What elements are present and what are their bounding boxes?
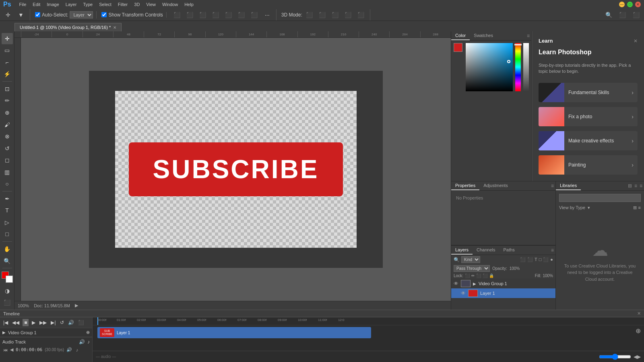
eyedropper-btn[interactable]: ✏ [2, 95, 13, 107]
track-options-icon[interactable]: ⊕ [86, 330, 90, 335]
audio-btn[interactable]: 🔊 [67, 319, 75, 326]
tool-options[interactable]: ▼ [15, 9, 27, 21]
lock-all-icon[interactable]: 🔒 [489, 274, 494, 278]
learn-item-creative[interactable]: Make creative effects › [539, 131, 638, 150]
auto-select-checkbox[interactable] [35, 12, 40, 17]
audio-scrub-bar[interactable]: ◀▶ [634, 354, 641, 360]
go-to-start-btn[interactable]: |◀ [2, 319, 9, 326]
learn-item-fundamental[interactable]: Fundamental Skills › [539, 83, 638, 102]
menu-type[interactable]: Type [83, 2, 93, 7]
close-button[interactable]: ✕ [635, 2, 641, 7]
opacity-slider[interactable] [523, 43, 529, 91]
screen-mode-btn[interactable]: ⬛ [2, 297, 13, 308]
go-to-end-btn[interactable]: ▶| [50, 319, 56, 326]
move-tool[interactable]: ✛ [2, 9, 14, 21]
zoom-tool-btn[interactable]: 🔍 [2, 255, 13, 267]
fg-bg-colors[interactable] [2, 272, 13, 283]
background-color[interactable] [6, 276, 13, 283]
menu-window[interactable]: Window [162, 2, 178, 7]
shape-tool-btn[interactable]: □ [2, 229, 13, 240]
library-search-input[interactable] [559, 194, 641, 202]
lock-art-icon[interactable]: ⬛ [476, 274, 481, 278]
learn-panel-close[interactable]: ✕ [634, 38, 638, 44]
move-tool-btn[interactable]: ✛ [2, 33, 13, 44]
brush-tool-btn[interactable]: 🖌 [2, 119, 13, 130]
marquee-tool-btn[interactable]: ▭ [2, 45, 13, 56]
menu-image[interactable]: Image [47, 2, 59, 7]
stop-btn[interactable]: ■ [23, 319, 29, 326]
track-expand-icon[interactable]: ▶ [2, 330, 6, 335]
smart-filter-icon[interactable]: ⬛ [543, 257, 549, 262]
adjustment-filter-icon[interactable]: ⬛ [527, 257, 533, 262]
minimize-button[interactable]: — [619, 2, 625, 7]
menu-help[interactable]: Help [184, 2, 194, 7]
fg-swatch[interactable] [454, 43, 462, 52]
doc-size-expand[interactable]: ▶ [75, 303, 78, 308]
3d-btn5[interactable]: ⬛ [355, 9, 367, 21]
shape-filter-icon[interactable]: □ [539, 257, 542, 262]
color-panel-close[interactable]: ≡ [527, 33, 530, 39]
search-btn[interactable]: 🔍 [603, 9, 614, 21]
step-back-btn[interactable]: ◀◀ [11, 319, 20, 326]
menu-file[interactable]: File [19, 2, 27, 7]
video-group-track-header[interactable]: ▶ Video Group 1 ⊕ [0, 328, 92, 337]
step-fwd-btn[interactable]: ▶▶ [39, 319, 47, 326]
layer-row-video-group[interactable]: 👁 ▶ Video Group 1 [451, 279, 555, 288]
grid-view-icon[interactable]: ⊞ [633, 205, 637, 210]
lock-paint-icon[interactable]: ✏ [471, 274, 475, 278]
clone-stamp-btn[interactable]: ⊗ [2, 131, 13, 142]
learn-tab-label[interactable]: Learn [539, 38, 553, 44]
maximize-button[interactable]: □ [627, 2, 633, 7]
selected-filter-icon[interactable]: ● [550, 257, 553, 262]
loop-btn[interactable]: ↺ [59, 319, 65, 326]
layer-row-layer1[interactable]: 👁 Layer 1 [451, 288, 555, 298]
auto-select-dropdown[interactable]: Layer [70, 11, 93, 19]
tab-close-btn[interactable]: ✕ [113, 25, 116, 30]
align-center-v[interactable]: ⬛ [223, 9, 234, 21]
align-center-h[interactable]: ⬛ [184, 9, 196, 21]
3d-btn3[interactable]: ⬛ [330, 9, 341, 21]
timeline-tracks[interactable]: SUBSCRIBE Layer 1 ⊕ [93, 325, 644, 351]
audio-note-icon[interactable]: ♪ [76, 348, 78, 352]
render-btn[interactable]: ⬛ [77, 319, 85, 326]
tab-color[interactable]: Color [451, 31, 470, 40]
layers-list[interactable]: 👁 ▶ Video Group 1 👁 Layer 1 [451, 279, 555, 310]
text-tool-btn[interactable]: T [2, 205, 13, 216]
lock-transparent-icon[interactable]: ⬛ [465, 274, 470, 278]
menu-view[interactable]: View [146, 2, 156, 7]
dodge-btn[interactable]: ○ [2, 179, 13, 190]
layers-menu-icon[interactable]: ≡ [551, 247, 554, 253]
crop-tool-btn[interactable]: ⊡ [2, 83, 13, 95]
align-right[interactable]: ⬛ [197, 9, 208, 21]
document-tab[interactable]: Untitled-1 @ 100% (Video Group 1, RGB/16… [14, 23, 122, 31]
list-view-icon[interactable]: ≡ [638, 205, 641, 210]
tab-libraries[interactable]: Libraries [556, 181, 581, 190]
align-bottom[interactable]: ⬛ [236, 9, 247, 21]
view-by-type[interactable]: View by Type ▾ ⊞ ≡ [559, 205, 641, 210]
libraries-menu-icon[interactable]: ≡ [640, 183, 642, 189]
add-track-btn[interactable]: ⊕ [636, 327, 641, 335]
canvas-container[interactable]: SUBSCRIBE [21, 38, 451, 301]
tab-layers[interactable]: Layers [451, 246, 473, 255]
learn-item-painting[interactable]: Painting › [539, 155, 638, 175]
libraries-list-icon[interactable]: ≡ [634, 183, 637, 189]
tab-swatches[interactable]: Swatches [470, 31, 497, 40]
quick-mask-btn[interactable]: ◑ [2, 285, 13, 296]
hand-tool-btn[interactable]: ✋ [2, 243, 13, 255]
eraser-btn[interactable]: ◻ [2, 154, 13, 166]
history-btn[interactable]: ↺ [2, 143, 13, 154]
share-btn[interactable]: ⬛ [630, 9, 642, 21]
3d-btn1[interactable]: ⬛ [304, 9, 315, 21]
learn-item-fix-photo[interactable]: Fix a photo › [539, 107, 638, 126]
blend-mode-select[interactable]: Pass Through [454, 265, 490, 272]
type-filter-icon[interactable]: T [535, 257, 537, 262]
3d-btn2[interactable]: ⬛ [317, 9, 328, 21]
visibility-icon-2[interactable]: 👁 [461, 290, 466, 296]
layers-kind-select[interactable]: Kind [461, 256, 480, 263]
video-clip[interactable]: SUBSCRIBE Layer 1 [97, 327, 371, 338]
tab-properties[interactable]: Properties [451, 181, 479, 190]
gradient-picker[interactable] [466, 43, 513, 91]
tab-channels[interactable]: Channels [473, 246, 499, 255]
align-left[interactable]: ⬛ [171, 9, 183, 21]
libraries-grid-icon[interactable]: ⊞ [628, 183, 632, 189]
